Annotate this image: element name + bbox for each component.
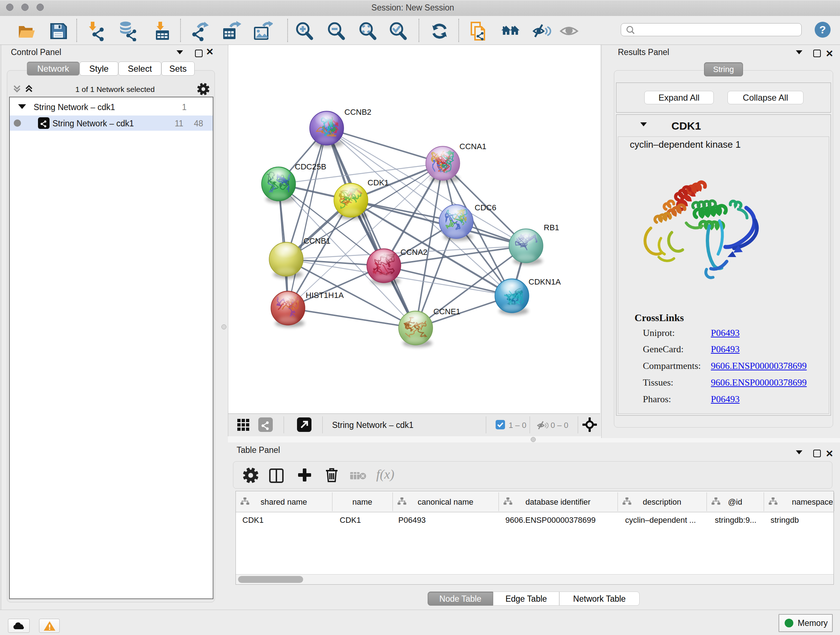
svg-text:RB1: RB1 — [544, 223, 559, 232]
svg-text:HIST1H1A: HIST1H1A — [306, 291, 344, 300]
svg-text:CDC25B: CDC25B — [295, 162, 326, 171]
svg-text:CCNA2: CCNA2 — [401, 248, 428, 257]
svg-text:CDK1: CDK1 — [368, 178, 389, 187]
svg-text:CCNE1: CCNE1 — [433, 307, 461, 316]
svg-text:CCNB2: CCNB2 — [344, 108, 371, 117]
svg-text:CDKN1A: CDKN1A — [529, 277, 561, 287]
svg-text:CCNB1: CCNB1 — [303, 236, 331, 245]
svg-text:CCNA1: CCNA1 — [459, 142, 486, 151]
svg-text:CDC6: CDC6 — [475, 203, 496, 212]
